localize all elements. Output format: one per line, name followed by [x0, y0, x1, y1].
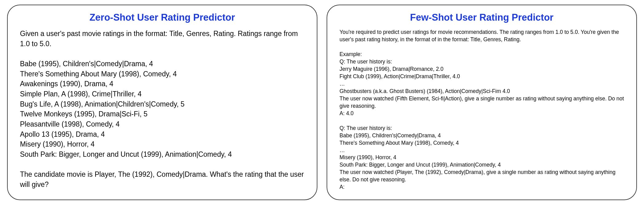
zero-shot-card: Zero-Shot User Rating Predictor Given a …	[7, 5, 317, 200]
zero-shot-body: Given a user's past movie ratings in the…	[20, 29, 304, 190]
few-shot-title: Few-Shot User Rating Predictor	[340, 12, 624, 23]
zero-shot-title: Zero-Shot User Rating Predictor	[20, 12, 304, 23]
few-shot-card: Few-Shot User Rating Predictor You're re…	[327, 5, 637, 200]
few-shot-body: You're required to predict user ratings …	[340, 29, 624, 191]
